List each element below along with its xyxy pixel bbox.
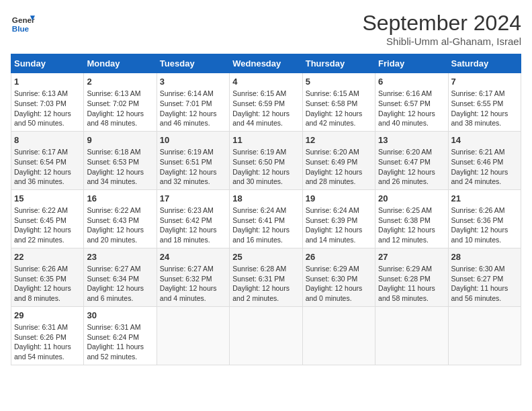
day-number: 14 — [451, 134, 518, 146]
sunrise-text: Sunrise: 6:24 AM — [232, 206, 286, 214]
sunrise-text: Sunrise: 6:17 AM — [451, 89, 505, 97]
sunset-text: Sunset: 6:41 PM — [232, 216, 285, 224]
calendar-day-cell: 17Sunrise: 6:23 AMSunset: 6:42 PMDayligh… — [157, 189, 229, 248]
day-number: 20 — [378, 193, 445, 205]
day-number: 3 — [160, 76, 226, 88]
sunrise-text: Sunrise: 6:30 AM — [451, 265, 505, 273]
day-number: 22 — [14, 251, 81, 263]
page-title: September 2024 — [362, 11, 521, 36]
sunrise-text: Sunrise: 6:27 AM — [87, 265, 140, 273]
calendar-day-cell: 22Sunrise: 6:26 AMSunset: 6:35 PMDayligh… — [11, 248, 84, 306]
calendar-day-cell: 20Sunrise: 6:25 AMSunset: 6:38 PMDayligh… — [375, 189, 448, 248]
sunset-text: Sunset: 6:38 PM — [378, 216, 431, 224]
sunset-text: Sunset: 7:01 PM — [160, 99, 212, 107]
sunset-text: Sunset: 6:45 PM — [14, 216, 66, 224]
day-number: 30 — [87, 310, 153, 322]
daylight-label: Daylight: 12 hours and 24 minutes. — [451, 168, 508, 186]
weekday-header: Friday — [375, 54, 448, 73]
day-number: 24 — [160, 251, 226, 263]
sunrise-text: Sunrise: 6:22 AM — [87, 206, 140, 214]
day-number: 12 — [306, 134, 372, 146]
daylight-label: Daylight: 11 hours and 58 minutes. — [378, 284, 435, 302]
calendar-day-cell: 18Sunrise: 6:24 AMSunset: 6:41 PMDayligh… — [230, 189, 302, 248]
day-number: 15 — [14, 193, 81, 205]
day-number: 21 — [451, 193, 518, 205]
sunset-text: Sunset: 6:39 PM — [306, 216, 358, 224]
day-number: 7 — [451, 76, 518, 88]
sunrise-text: Sunrise: 6:19 AM — [232, 148, 286, 156]
sunset-text: Sunset: 6:27 PM — [451, 275, 504, 283]
sunrise-text: Sunrise: 6:23 AM — [160, 206, 214, 214]
page-subtitle: Shibli-Umm al-Ghanam, Israel — [362, 36, 521, 47]
calendar-day-cell — [375, 306, 448, 365]
calendar-week-row: 29Sunrise: 6:31 AMSunset: 6:26 PMDayligh… — [11, 306, 521, 365]
calendar-day-cell: 27Sunrise: 6:29 AMSunset: 6:28 PMDayligh… — [375, 248, 448, 306]
calendar-day-cell: 6Sunrise: 6:16 AMSunset: 6:57 PMDaylight… — [375, 73, 448, 132]
calendar-day-cell — [448, 306, 521, 365]
day-number: 26 — [306, 251, 372, 263]
daylight-label: Daylight: 12 hours and 36 minutes. — [14, 168, 71, 186]
calendar-day-cell: 10Sunrise: 6:19 AMSunset: 6:51 PMDayligh… — [157, 131, 229, 189]
calendar-day-cell: 29Sunrise: 6:31 AMSunset: 6:26 PMDayligh… — [11, 306, 84, 365]
calendar-day-cell: 4Sunrise: 6:15 AMSunset: 6:59 PMDaylight… — [230, 73, 302, 132]
sunrise-text: Sunrise: 6:29 AM — [306, 265, 359, 273]
sunrise-text: Sunrise: 6:20 AM — [378, 148, 432, 156]
sunset-text: Sunset: 6:42 PM — [160, 216, 212, 224]
calendar-day-cell — [157, 306, 229, 365]
day-number: 13 — [378, 134, 445, 146]
sunrise-text: Sunrise: 6:31 AM — [87, 323, 140, 331]
sunrise-text: Sunrise: 6:20 AM — [306, 148, 359, 156]
calendar-day-cell: 9Sunrise: 6:18 AMSunset: 6:53 PMDaylight… — [84, 131, 157, 189]
calendar-day-cell: 14Sunrise: 6:21 AMSunset: 6:46 PMDayligh… — [448, 131, 521, 189]
day-number: 1 — [14, 76, 81, 88]
sunset-text: Sunset: 6:55 PM — [451, 99, 504, 107]
sunset-text: Sunset: 6:46 PM — [451, 158, 504, 166]
daylight-label: Daylight: 12 hours and 22 minutes. — [14, 226, 71, 244]
calendar-day-cell: 26Sunrise: 6:29 AMSunset: 6:30 PMDayligh… — [302, 248, 375, 306]
calendar-day-cell: 16Sunrise: 6:22 AMSunset: 6:43 PMDayligh… — [84, 189, 157, 248]
calendar-day-cell: 12Sunrise: 6:20 AMSunset: 6:49 PMDayligh… — [302, 131, 375, 189]
sunrise-text: Sunrise: 6:13 AM — [87, 89, 140, 97]
calendar-day-cell: 15Sunrise: 6:22 AMSunset: 6:45 PMDayligh… — [11, 189, 84, 248]
logo: General Blue — [11, 11, 35, 35]
calendar-day-cell: 21Sunrise: 6:26 AMSunset: 6:36 PMDayligh… — [448, 189, 521, 248]
sunrise-text: Sunrise: 6:17 AM — [14, 148, 68, 156]
sunrise-text: Sunrise: 6:18 AM — [87, 148, 140, 156]
daylight-label: Daylight: 11 hours and 56 minutes. — [451, 284, 508, 302]
sunset-text: Sunset: 6:49 PM — [306, 158, 358, 166]
sunset-text: Sunset: 6:59 PM — [232, 99, 285, 107]
calendar-day-cell: 25Sunrise: 6:28 AMSunset: 6:31 PMDayligh… — [230, 248, 302, 306]
sunrise-text: Sunrise: 6:24 AM — [306, 206, 359, 214]
day-number: 10 — [160, 134, 226, 146]
sunset-text: Sunset: 6:31 PM — [232, 275, 285, 283]
sunrise-text: Sunrise: 6:13 AM — [14, 89, 68, 97]
header: General Blue September 2024 Shibli-Umm a… — [11, 11, 521, 47]
calendar-day-cell: 8Sunrise: 6:17 AMSunset: 6:54 PMDaylight… — [11, 131, 84, 189]
daylight-label: Daylight: 12 hours and 34 minutes. — [87, 168, 144, 186]
daylight-label: Daylight: 12 hours and 4 minutes. — [160, 284, 217, 302]
daylight-label: Daylight: 12 hours and 10 minutes. — [451, 226, 508, 244]
sunset-text: Sunset: 6:28 PM — [378, 275, 431, 283]
daylight-label: Daylight: 12 hours and 50 minutes. — [14, 109, 71, 128]
daylight-label: Daylight: 11 hours and 54 minutes. — [14, 342, 71, 361]
day-number: 25 — [232, 251, 299, 263]
day-number: 5 — [306, 76, 372, 88]
sunrise-text: Sunrise: 6:15 AM — [232, 89, 286, 97]
calendar-day-cell: 23Sunrise: 6:27 AMSunset: 6:34 PMDayligh… — [84, 248, 157, 306]
sunset-text: Sunset: 6:26 PM — [14, 333, 66, 341]
calendar-day-cell: 5Sunrise: 6:15 AMSunset: 6:58 PMDaylight… — [302, 73, 375, 132]
calendar-day-cell: 19Sunrise: 6:24 AMSunset: 6:39 PMDayligh… — [302, 189, 375, 248]
day-number: 8 — [14, 134, 81, 146]
sunset-text: Sunset: 6:53 PM — [87, 158, 139, 166]
calendar-day-cell — [302, 306, 375, 365]
sunrise-text: Sunrise: 6:14 AM — [160, 89, 214, 97]
day-number: 23 — [87, 251, 153, 263]
calendar-week-row: 22Sunrise: 6:26 AMSunset: 6:35 PMDayligh… — [11, 248, 521, 306]
daylight-label: Daylight: 12 hours and 32 minutes. — [160, 168, 217, 186]
daylight-label: Daylight: 12 hours and 46 minutes. — [160, 109, 217, 128]
sunrise-text: Sunrise: 6:29 AM — [378, 265, 432, 273]
sunset-text: Sunset: 6:47 PM — [378, 158, 431, 166]
sunrise-text: Sunrise: 6:25 AM — [378, 206, 432, 214]
sunrise-text: Sunrise: 6:31 AM — [14, 323, 68, 331]
calendar-day-cell: 7Sunrise: 6:17 AMSunset: 6:55 PMDaylight… — [448, 73, 521, 132]
